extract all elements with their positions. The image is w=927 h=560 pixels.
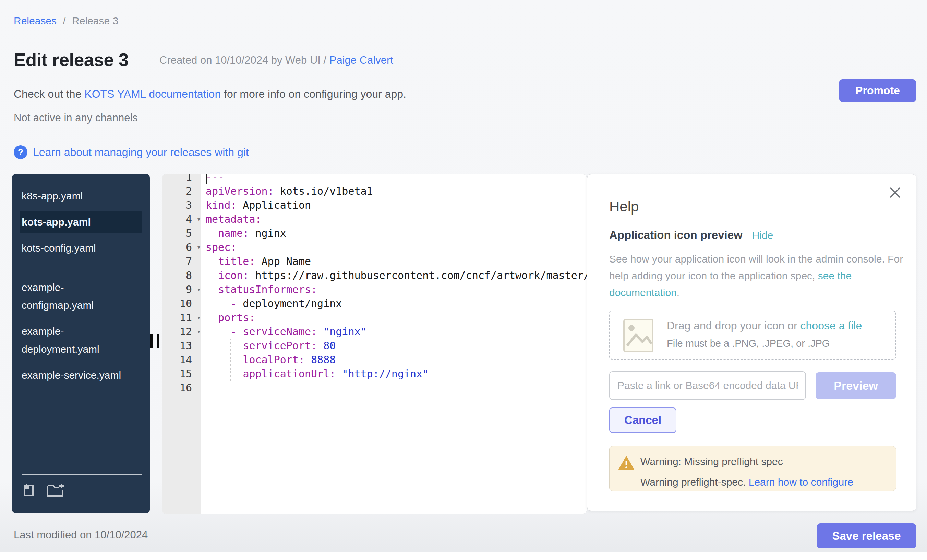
fold-arrow-icon[interactable]: ▾ [197, 282, 201, 296]
line-number: 9▾ [163, 282, 201, 296]
edit-release-page: Releases / Release 3 Edit release 3 Crea… [0, 0, 927, 560]
description-period: . [677, 287, 679, 298]
line-number: 6▾ [163, 240, 201, 254]
code-line[interactable]: ports: [206, 311, 587, 325]
warning-triangle-icon [619, 456, 634, 472]
code-line[interactable]: statusInformers: [206, 282, 587, 296]
text-cursor [206, 175, 207, 184]
save-release-button[interactable]: Save release [817, 523, 916, 548]
yaml-editor[interactable]: 1234▾56▾789▾1011▾12▾13141516 ---apiVersi… [162, 174, 587, 514]
line-number: 15 [163, 367, 201, 381]
code-line[interactable]: - serviceName: "nginx" [206, 325, 587, 338]
file-item[interactable]: example-deployment.yaml [20, 320, 128, 360]
code-line[interactable]: applicationUrl: "http://nginx" [206, 367, 587, 381]
warning-body-text: Warning preflight-spec. [640, 477, 749, 488]
drop-zone-text: Drag and drop your icon or choose a file [667, 319, 862, 332]
close-icon[interactable] [888, 185, 902, 200]
code-line[interactable]: servicePort: 80 [206, 338, 587, 353]
fold-arrow-icon[interactable]: ▾ [197, 212, 201, 226]
file-tree-footer [21, 474, 141, 499]
channel-status: Not active in any channels [14, 112, 138, 124]
file-item[interactable]: k8s-app.yaml [20, 185, 128, 207]
code-line[interactable]: icon: https://raw.githubusercontent.com/… [206, 269, 587, 282]
icon-url-input[interactable] [609, 371, 806, 400]
created-info: Created on 10/10/2024 by Web UI / Paige … [160, 54, 393, 67]
icon-preview-description: See how your application icon will look … [609, 250, 911, 301]
question-mark-icon[interactable]: ? [14, 145, 27, 159]
line-number: 7 [163, 254, 201, 269]
promote-button[interactable]: Promote [839, 79, 916, 102]
line-number: 14 [163, 353, 201, 367]
fold-arrow-icon[interactable]: ▾ [197, 325, 201, 338]
footer-strip [0, 552, 927, 560]
code-line[interactable]: name: nginx [206, 226, 587, 240]
line-number: 2 [163, 184, 201, 198]
code-line[interactable]: kind: Application [206, 198, 587, 212]
file-item[interactable]: example-service.yaml [20, 364, 128, 386]
breadcrumb-releases-link[interactable]: Releases [14, 15, 56, 26]
line-number: 4▾ [163, 212, 201, 226]
resize-handle-file-tree[interactable] [150, 334, 159, 348]
help-title: Help [609, 199, 639, 215]
line-number: 3 [163, 198, 201, 212]
line-number: 16 [163, 381, 201, 395]
page-title: Edit release 3 [14, 49, 129, 70]
breadcrumb-current: Release 3 [72, 15, 118, 26]
breadcrumb: Releases / Release 3 [14, 15, 118, 27]
code-lines: ---apiVersion: kots.io/v1beta1kind: Appl… [201, 174, 587, 395]
line-number: 10 [163, 296, 201, 311]
line-number: 12▾ [163, 325, 201, 338]
code-line[interactable]: --- [206, 174, 587, 184]
help-panel: Help Application icon preview Hide See h… [587, 174, 916, 511]
preview-button[interactable]: Preview [816, 372, 896, 399]
drop-zone-file-types: File must be a .PNG, .JPEG, or .JPG [667, 338, 830, 349]
file-tree-divider [21, 267, 141, 267]
code-line[interactable]: - deployment/nginx [206, 296, 587, 311]
breadcrumb-separator: / [63, 15, 65, 26]
line-number: 5 [163, 226, 201, 240]
preflight-warning: Warning: Missing preflight spec Warning … [609, 446, 896, 491]
icon-preview-section-header: Application icon preview Hide [609, 229, 773, 241]
editor-content: 1234▾56▾789▾1011▾12▾13141516 ---apiVersi… [163, 174, 587, 395]
code-line[interactable] [206, 381, 587, 395]
code-line[interactable]: title: App Name [206, 254, 587, 269]
code-line[interactable]: apiVersion: kots.io/v1beta1 [206, 184, 587, 198]
drop-text-prefix: Drag and drop your icon or [667, 319, 801, 332]
line-number: 1 [163, 174, 201, 184]
git-help-row: ? Learn about managing your releases wit… [14, 145, 249, 159]
line-number: 13 [163, 338, 201, 353]
indent-guide [230, 339, 231, 381]
file-item[interactable]: kots-app.yaml [20, 211, 141, 233]
file-item[interactable]: kots-config.yaml [20, 237, 128, 259]
line-number: 11▾ [163, 311, 201, 325]
file-item[interactable]: example-configmap.yaml [20, 276, 128, 316]
warning-body: Warning preflight-spec. Learn how to con… [640, 477, 853, 488]
add-folder-icon[interactable] [46, 482, 65, 499]
warning-title: Warning: Missing preflight spec [640, 456, 783, 467]
docs-hint-prefix: Check out the [14, 88, 84, 100]
fold-arrow-icon[interactable]: ▾ [197, 311, 201, 325]
choose-a-file-link[interactable]: choose a file [801, 319, 862, 332]
code-line[interactable]: localPort: 8888 [206, 353, 587, 367]
code-line[interactable]: spec: [206, 240, 587, 254]
created-text: Created on 10/10/2024 by Web UI / [160, 54, 330, 66]
created-author-link[interactable]: Paige Calvert [330, 54, 393, 66]
file-tree: k8s-app.yamlkots-app.yamlkots-config.yam… [21, 185, 141, 390]
icon-drop-zone[interactable]: Drag and drop your icon or choose a file… [609, 311, 896, 360]
last-modified: Last modified on 10/10/2024 [14, 529, 148, 541]
fold-arrow-icon[interactable]: ▾ [197, 240, 201, 254]
code-line[interactable]: metadata: [206, 212, 587, 226]
description-text: See how your application icon will look … [609, 253, 903, 281]
add-file-icon[interactable] [21, 482, 37, 499]
git-help-link[interactable]: Learn about managing your releases with … [33, 146, 249, 159]
learn-how-to-configure-link[interactable]: Learn how to configure [749, 477, 853, 488]
docs-hint-suffix: for more info on configuring your app. [221, 88, 406, 100]
line-numbers: 1234▾56▾789▾1011▾12▾13141516 [163, 174, 201, 395]
cancel-button[interactable]: Cancel [609, 407, 676, 433]
line-number: 8 [163, 269, 201, 282]
icon-preview-title: Application icon preview [609, 229, 743, 241]
kots-yaml-docs-link[interactable]: KOTS YAML documentation [84, 88, 221, 100]
image-placeholder-icon [623, 319, 654, 354]
hide-link[interactable]: Hide [752, 230, 774, 241]
docs-hint: Check out the KOTS YAML documentation fo… [14, 88, 406, 100]
